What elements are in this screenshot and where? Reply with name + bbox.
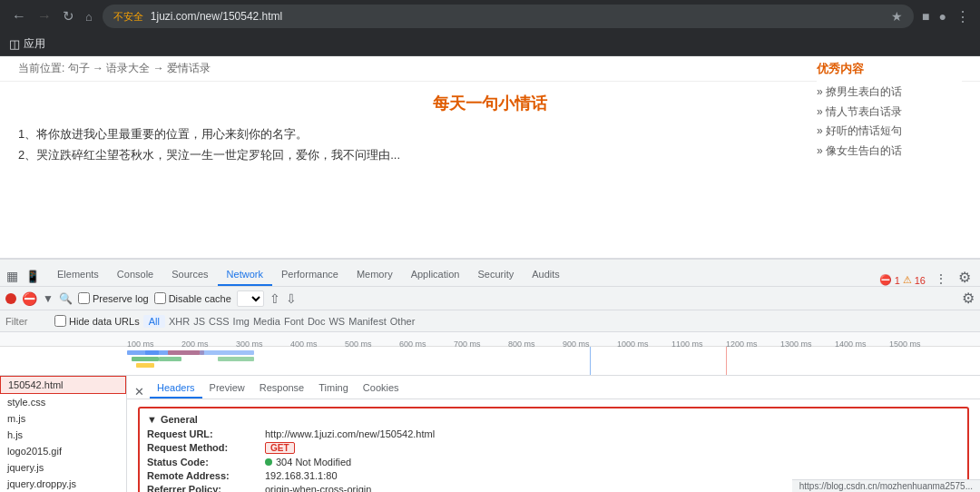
address-bar[interactable]: 不安全 1juzi.com/new/150542.html ★ (103, 5, 914, 28)
hide-data-urls-checkbox[interactable] (54, 315, 66, 327)
tab-performance[interactable]: Performance (272, 264, 348, 286)
sidebar-link-2[interactable]: » 情人节表白话录 (817, 103, 962, 123)
request-url-key: Request URL: (147, 428, 265, 439)
tab-memory[interactable]: Memory (348, 264, 402, 286)
remote-address-key: Remote Address: (147, 470, 265, 481)
preserve-log-label[interactable]: Preserve log (78, 292, 149, 304)
filter-tag-xhr[interactable]: XHR (169, 316, 190, 327)
security-label: 不安全 (113, 10, 143, 24)
devtools-body: 150542.html style.css m.js h.js logo2015… (0, 376, 980, 492)
filter-input[interactable] (5, 316, 51, 327)
disable-cache-checkbox[interactable] (154, 292, 166, 304)
filter-tag-other[interactable]: Other (390, 316, 416, 327)
detail-tab-headers[interactable]: Headers (150, 379, 202, 399)
network-toolbar: ⛔ ▼ 🔍 Preserve log Disable cache Online … (0, 287, 980, 310)
tab-audits[interactable]: Audits (523, 264, 569, 286)
sidebar-right: 优秀内容 » 撩男生表白的话 » 情人节表白话录 » 好听的情话短句 » 像女生… (817, 61, 962, 161)
filter-tag-js[interactable]: JS (193, 316, 205, 327)
filter-tag-img[interactable]: Img (233, 316, 250, 327)
referrer-policy-val: origin-when-cross-origin (265, 484, 371, 492)
error-count: 1 (895, 275, 900, 286)
page-area: 当前位置: 句子 → 语录大全 → 爱情话录 2018-10-29 09:48:… (0, 56, 980, 258)
request-method-row: Request Method: GET (147, 442, 960, 454)
warn-count: 16 (915, 275, 926, 286)
forward-button[interactable]: → (33, 5, 56, 27)
status-bar: https://blog.csdn.cn/mozhenhuanma2575... (792, 479, 980, 492)
filter-toggle[interactable]: ▼ (43, 292, 54, 305)
filter-tag-media[interactable]: Media (253, 316, 280, 327)
refresh-button[interactable]: ↻ (58, 5, 79, 27)
menu-button[interactable]: ⋮ (953, 5, 973, 28)
file-item-150542[interactable]: 150542.html (0, 376, 126, 394)
export-icon[interactable]: ⇩ (286, 291, 297, 306)
file-item-jquery[interactable]: jquery.js (0, 459, 126, 476)
request-method-badge: GET (265, 442, 295, 454)
status-code-row: Status Code: 304 Not Modified (147, 457, 960, 467)
detail-tab-response[interactable]: Response (252, 379, 312, 399)
devtools-settings[interactable]: ⚙ (953, 269, 976, 286)
devtools-panel: ▦ 📱 Elements Console Sources Network Per… (0, 258, 980, 492)
clear-button[interactable]: ⛔ (22, 292, 37, 305)
search-button[interactable]: 🔍 (59, 292, 73, 305)
tab-security[interactable]: Security (468, 264, 523, 286)
throttle-select[interactable]: Online (237, 290, 264, 307)
tab-elements[interactable]: Elements (48, 264, 108, 286)
status-dot-icon (265, 458, 272, 466)
apps-label: 应用 (24, 36, 45, 52)
inspect-icon[interactable]: ▦ (4, 266, 21, 286)
file-item-stylecss[interactable]: style.css (0, 394, 126, 410)
general-section-header[interactable]: ▼ General (147, 414, 960, 428)
timeline-ruler: 100 ms 200 ms 300 ms 400 ms 500 ms 600 m… (0, 332, 980, 347)
file-item-logo[interactable]: logo2015.gif (0, 443, 126, 459)
device-icon[interactable]: 📱 (23, 267, 43, 286)
page-top-bar: 当前位置: 句子 → 语录大全 → 爱情话录 2018-10-29 09:48:… (0, 56, 980, 82)
filter-tag-ws[interactable]: WS (328, 316, 345, 327)
detail-tab-timing[interactable]: Timing (311, 379, 356, 399)
disable-cache-label[interactable]: Disable cache (154, 292, 231, 304)
detail-close-btn[interactable]: ✕ (134, 385, 150, 399)
nav-buttons: ← → ↻ ⌂ (7, 5, 97, 27)
import-icon[interactable]: ⇧ (270, 291, 280, 306)
detail-tab-cookies[interactable]: Cookies (356, 379, 407, 399)
record-button[interactable] (5, 293, 16, 304)
hide-data-urls-label[interactable]: Hide data URLs (54, 315, 140, 327)
tab-network[interactable]: Network (218, 264, 272, 286)
network-settings[interactable]: ⚙ (962, 290, 975, 307)
devtools-more[interactable]: ⋮ (929, 271, 953, 286)
filter-tag-font[interactable]: Font (284, 316, 304, 327)
devtools-toggle[interactable]: ▦ 📱 (4, 266, 48, 286)
back-button[interactable]: ← (7, 5, 31, 27)
file-list: 150542.html style.css m.js h.js logo2015… (0, 376, 127, 492)
sidebar-link-4[interactable]: » 像女生告白的话 (817, 142, 962, 162)
request-method-key: Request Method: (147, 442, 265, 453)
tab-application[interactable]: Application (402, 264, 469, 286)
request-url-val: http://www.1juzi.com/new/150542.html (265, 428, 435, 439)
bookmark-icon[interactable]: ★ (891, 9, 903, 24)
devtools-tabbar: ▦ 📱 Elements Console Sources Network Per… (0, 260, 980, 287)
home-button[interactable]: ⌂ (81, 7, 97, 26)
referrer-policy-key: Referrer Policy: (147, 484, 265, 492)
sidebar-link-3[interactable]: » 好听的情话短句 (817, 122, 962, 142)
chevron-down-icon: ▼ (147, 414, 157, 425)
filter-tag-manifest[interactable]: Manifest (348, 316, 387, 327)
browser-action-buttons: ■ ● ⋮ (919, 5, 973, 28)
file-item-mjs[interactable]: m.js (0, 410, 126, 427)
headers-content: ▼ General Request URL: http://www.1juzi.… (127, 399, 980, 492)
account-button[interactable]: ● (936, 6, 949, 26)
warn-icon: ⚠ (903, 274, 912, 286)
tab-sources[interactable]: Sources (162, 264, 217, 286)
all-badge[interactable]: All (143, 315, 165, 328)
apps-bookmark[interactable]: ◫ 应用 (9, 36, 45, 52)
file-item-hjs[interactable]: h.js (0, 427, 126, 443)
sidebar-link-1[interactable]: » 撩男生表白的话 (817, 83, 962, 103)
tab-console[interactable]: Console (108, 264, 162, 286)
file-item-jquerydroppy[interactable]: jquery.droppy.js (0, 476, 126, 492)
filter-tag-doc[interactable]: Doc (308, 316, 326, 327)
preserve-log-checkbox[interactable] (78, 292, 90, 304)
request-url-row: Request URL: http://www.1juzi.com/new/15… (147, 428, 960, 439)
url-display: 1juzi.com/new/150542.html (151, 10, 884, 23)
extension-button[interactable]: ■ (919, 6, 932, 26)
detail-tab-preview[interactable]: Preview (202, 379, 252, 399)
filter-tag-css[interactable]: CSS (209, 316, 230, 327)
timeline-bars (0, 347, 980, 376)
